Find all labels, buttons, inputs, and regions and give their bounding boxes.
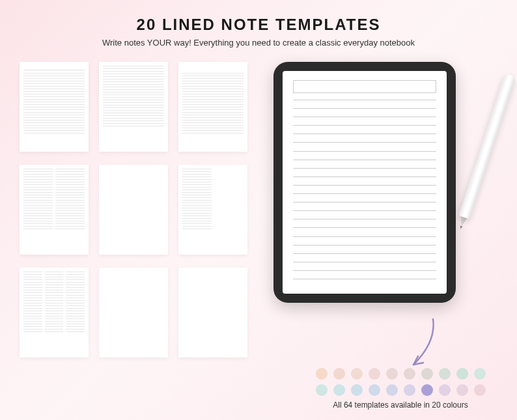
template-thumb-1: [20, 62, 89, 152]
thumb-col: [23, 169, 53, 251]
color-swatch: [404, 368, 415, 380]
thumb-spacer: [182, 66, 244, 73]
color-swatch: [439, 384, 451, 396]
color-swatch: [333, 384, 345, 396]
thumb-half: [182, 313, 244, 354]
thumb-col: [23, 272, 42, 354]
color-swatch: [369, 368, 380, 380]
swatch-row: [306, 368, 495, 380]
screen-title-box: [293, 80, 436, 93]
preview-area: All 64 templates available in 20 colours: [273, 62, 497, 357]
thumb-col: [66, 272, 85, 354]
color-swatch: [474, 384, 486, 396]
swatch-caption: All 64 templates available in 20 colours: [306, 400, 495, 410]
thumb-lines: [103, 66, 164, 148]
thumb-col: [214, 169, 244, 251]
color-swatches: All 64 templates available in 20 colours: [306, 368, 495, 410]
color-swatch: [404, 384, 415, 396]
template-thumb-7: [20, 268, 89, 357]
color-swatch: [439, 368, 451, 380]
color-swatch: [421, 368, 433, 380]
screen-lines: [293, 100, 436, 285]
template-thumb-9: [178, 268, 247, 357]
color-swatch: [369, 384, 380, 396]
color-swatch: [351, 368, 363, 380]
thumb-lines: [182, 73, 244, 148]
tablet-mockup: [273, 62, 456, 303]
color-swatch: [421, 384, 433, 396]
color-swatch: [386, 368, 398, 380]
template-thumb-5: [99, 165, 168, 255]
color-swatch: [333, 368, 345, 380]
color-swatch: [316, 368, 328, 380]
thumb-lines: [23, 73, 85, 148]
color-swatch: [456, 368, 468, 380]
arrow-icon: [404, 316, 443, 374]
thumb-half: [103, 210, 164, 251]
color-swatch: [316, 384, 328, 396]
thumb-half: [103, 169, 164, 210]
template-thumb-4: [20, 165, 89, 255]
pen-body: [458, 73, 516, 219]
color-swatch: [456, 384, 468, 396]
color-swatch: [474, 368, 486, 380]
thumb-header: [23, 66, 85, 70]
template-thumb-8: [99, 268, 168, 357]
header: 20 LINED NOTE TEMPLATES Write notes YOUR…: [20, 16, 497, 48]
page-subtitle: Write notes YOUR way! Everything you nee…: [20, 38, 497, 48]
swatch-row: [306, 384, 495, 396]
template-thumb-6: [178, 165, 247, 255]
thumb-lines: [103, 337, 164, 354]
thumb-col: [55, 169, 85, 251]
page-title: 20 LINED NOTE TEMPLATES: [20, 16, 497, 34]
color-swatch: [351, 384, 363, 396]
template-thumb-2: [99, 62, 168, 152]
tablet-screen: [283, 71, 447, 294]
thumb-half: [182, 272, 244, 313]
pen-nib: [459, 225, 462, 229]
thumb-col: [45, 272, 64, 354]
color-swatch: [386, 384, 398, 396]
thumb-col: [182, 169, 212, 251]
template-grid: [20, 62, 247, 357]
thumb-blank: [103, 272, 164, 337]
template-thumb-3: [178, 62, 247, 152]
